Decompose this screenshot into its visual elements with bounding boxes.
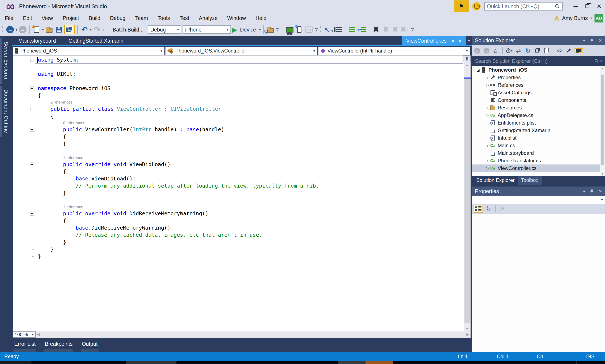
window-menu-chevron-icon[interactable]: ▾ <box>583 189 585 194</box>
tree-item-entitlements-plist[interactable]: Entitlements.plist <box>472 119 605 127</box>
editor-horizontal-scrollbar[interactable]: ◀ ▶ <box>36 331 471 338</box>
scroll-down-icon[interactable]: ▼ <box>600 172 605 175</box>
categorized-button[interactable] <box>474 205 483 213</box>
code-editor[interactable]: using System;using UIKit;namespace Phone… <box>13 55 471 331</box>
back-button[interactable]: ← <box>474 47 481 55</box>
fold-collapse-box[interactable] <box>30 212 34 216</box>
member-dropdown[interactable]: ViewController(IntPtr handle) ▾ <box>318 47 470 55</box>
redo-button[interactable]: ↷ <box>93 25 101 34</box>
toggle-bookmark-button[interactable] <box>372 25 380 34</box>
start-debug-button[interactable]: ▶ Device ▾ <box>232 25 261 34</box>
solution-tree[interactable]: ◢Phoneword_iOS▷Properties▷ReferencesAsse… <box>472 66 605 176</box>
quick-launch-input[interactable]: Quick Launch (Ctrl+Q) <box>484 2 563 11</box>
scroll-right-icon[interactable]: ▶ <box>466 332 469 337</box>
minimize-button[interactable] <box>570 0 581 12</box>
properties-object-combo[interactable]: ▾ <box>472 196 605 204</box>
scroll-up-icon[interactable]: ▲ <box>600 67 605 70</box>
menu-item-file[interactable]: File <box>0 13 18 24</box>
expander-collapsed-icon[interactable]: ▷ <box>485 166 490 171</box>
decrease-indent-button[interactable] <box>348 25 356 34</box>
close-button[interactable]: ✕ <box>593 0 605 12</box>
tree-item-gettingstarted-xamarin[interactable]: GettingStarted.Xamarin <box>472 127 605 134</box>
fold-collapse-box[interactable] <box>30 128 34 131</box>
menu-item-debug[interactable]: Debug <box>105 13 130 24</box>
tab-solution-explorer[interactable]: Solution Explorer <box>474 176 517 185</box>
previous-bookmark-button[interactable] <box>382 25 390 34</box>
tree-item-viewcontroller-cs[interactable]: ▷C#ViewController.cs <box>472 164 605 172</box>
tree-item-references[interactable]: ▷References <box>472 81 605 89</box>
expander-expanded-icon[interactable]: ◢ <box>476 68 480 72</box>
tree-item-phoneword-ios[interactable]: ◢Phoneword_iOS <box>472 66 605 74</box>
ios-simulator-button[interactable] <box>285 25 294 34</box>
avatar[interactable]: AB <box>594 14 603 23</box>
close-panel-icon[interactable]: ✕ <box>598 189 602 194</box>
tree-item-components[interactable]: Components <box>472 96 605 104</box>
tree-vertical-scrollbar[interactable]: ▲ ▼ <box>600 66 605 176</box>
pending-changes-filter-icon[interactable]: ▾ <box>506 47 513 55</box>
scrollbar-thumb[interactable] <box>464 79 470 323</box>
codelens-references[interactable]: 1 reference <box>13 204 471 210</box>
pin-icon[interactable] <box>590 189 594 194</box>
properties-wrench-icon[interactable] <box>565 47 572 55</box>
toolbar-grip[interactable] <box>320 26 322 33</box>
codelens-references[interactable]: 1 reference <box>13 155 471 161</box>
expander-collapsed-icon[interactable]: ▷ <box>485 105 490 110</box>
view-code-icon[interactable]: <> <box>556 47 563 55</box>
scroll-up-icon[interactable]: ▲ <box>464 63 471 67</box>
scroll-down-icon[interactable]: ▼ <box>464 327 471 331</box>
menu-item-tools[interactable]: Tools <box>153 13 175 24</box>
sync-with-active-document-icon[interactable]: ⇄ <box>515 47 522 55</box>
tree-item-properties[interactable]: ▷Properties <box>472 74 605 81</box>
home-icon[interactable]: ⌂ <box>492 47 499 55</box>
tree-item-phonetranslator-cs[interactable]: ▷C#PhoneTranslator.cs <box>472 157 605 164</box>
pin-icon[interactable] <box>450 39 455 43</box>
tree-item-asset-catalogs[interactable]: Asset Catalogs <box>472 89 605 96</box>
forward-button[interactable]: → <box>483 47 490 55</box>
menu-item-view[interactable]: View <box>37 13 58 24</box>
close-panel-icon[interactable]: ✕ <box>598 38 602 43</box>
clear-bookmarks-button[interactable]: ✕ <box>401 25 409 34</box>
menu-item-analyze[interactable]: Analyze <box>194 13 222 24</box>
scrollbar-thumb[interactable] <box>601 75 604 165</box>
publish-ipa-button[interactable]: IPA <box>305 25 313 34</box>
toolbar-overflow-icon[interactable]: ▾ <box>276 28 279 31</box>
collapse-all-icon[interactable] <box>533 47 541 55</box>
fold-collapse-box[interactable] <box>30 87 34 90</box>
tab-main-storyboard[interactable]: Main.storyboard <box>12 36 62 46</box>
menu-item-help[interactable]: Help <box>251 13 271 24</box>
feedback-smiley-button[interactable] <box>472 2 481 11</box>
solution-explorer-search[interactable]: Search Solution Explorer (Ctrl+;) ▾ <box>472 56 605 66</box>
bottom-tab-output[interactable]: Output <box>81 338 98 352</box>
expander-collapsed-icon[interactable]: ▷ <box>485 75 490 80</box>
show-all-files-icon[interactable] <box>543 47 550 55</box>
menu-item-project[interactable]: Project <box>58 13 84 24</box>
solution-platform-combo[interactable]: iPhone▾ <box>182 26 231 34</box>
editor-zoom-combo[interactable]: 100 %▾ <box>13 331 36 338</box>
fold-collapse-box[interactable] <box>30 107 34 111</box>
toolbar-grip[interactable] <box>282 26 283 33</box>
menu-item-team[interactable]: Team <box>130 13 153 24</box>
navigate-forward-button[interactable]: → <box>18 25 27 34</box>
editor-splitter-handle[interactable]: ⇕ <box>463 55 471 62</box>
new-file-chevron-icon[interactable]: ▾ <box>42 28 44 32</box>
menu-item-build[interactable]: Build <box>84 13 105 24</box>
tree-item-info-plist[interactable]: Info.plist <box>472 134 605 142</box>
toolbar-overflow-icon[interactable]: ▾ <box>315 28 318 31</box>
solution-configuration-combo[interactable]: Debug▾ <box>148 26 181 34</box>
undo-button[interactable]: ↶ <box>80 25 89 34</box>
bottom-tab-breakpoints[interactable]: Breakpoints <box>44 338 73 352</box>
restore-button[interactable] <box>581 0 593 12</box>
window-menu-chevron-icon[interactable]: ▾ <box>583 38 585 43</box>
batch-build-button[interactable]: Batch Build... <box>110 27 146 33</box>
project-dropdown[interactable]: Phoneword_iOS ▾ <box>13 47 165 55</box>
user-menu-chevron-icon[interactable]: ▾ <box>590 16 592 20</box>
tab-gettingstarted-xamarin[interactable]: GettingStarted.Xamarin <box>62 36 130 46</box>
device-rotate-button[interactable]: ↻ <box>295 25 304 34</box>
increase-indent-button[interactable]: ↩ <box>357 25 366 34</box>
expander-collapsed-icon[interactable]: ▷ <box>485 113 490 118</box>
tree-item-resources[interactable]: ▷Resources <box>472 104 605 112</box>
bottom-tab-error-list[interactable]: Error List <box>13 338 36 352</box>
new-file-button[interactable]: ✱ <box>32 25 41 34</box>
menu-item-window[interactable]: Window <box>222 13 251 24</box>
save-all-button[interactable] <box>64 25 75 34</box>
